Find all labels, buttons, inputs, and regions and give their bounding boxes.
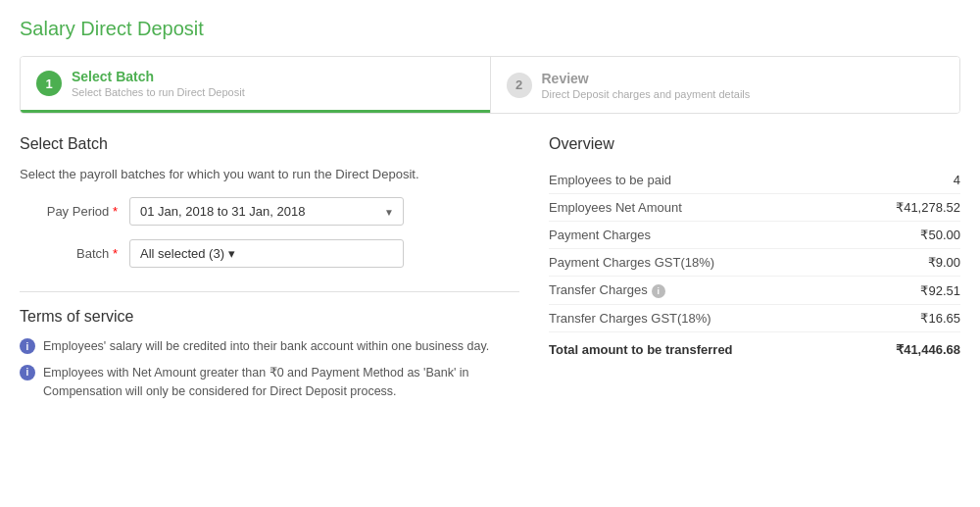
overview-label-0: Employees to be paid bbox=[549, 173, 671, 187]
overview-row-4: Transfer Chargesi₹92.51 bbox=[549, 277, 960, 305]
step-1-label: Select Batch bbox=[72, 69, 245, 84]
terms-section: Terms of service i Employees' salary wil… bbox=[20, 291, 519, 400]
terms-info-icon-1: i bbox=[20, 338, 35, 354]
overview-label-3: Payment Charges GST(18%) bbox=[549, 255, 714, 270]
terms-item-2: i Employees with Net Amount greater than… bbox=[20, 364, 519, 401]
overview-label-2: Payment Charges bbox=[549, 228, 651, 242]
overview-value-4: ₹92.51 bbox=[920, 283, 960, 298]
terms-text-2: Employees with Net Amount greater than ₹… bbox=[43, 364, 519, 401]
pay-period-group: Pay Period * 01 Jan, 2018 to 31 Jan, 201… bbox=[20, 197, 519, 226]
overview-row-2: Payment Charges₹50.00 bbox=[549, 222, 960, 249]
content-area: Select Batch Select the payroll batches … bbox=[20, 135, 960, 408]
terms-info-icon-2: i bbox=[20, 365, 35, 380]
overview-value-3: ₹9.00 bbox=[928, 255, 960, 270]
overview-label-1: Employees Net Amount bbox=[549, 200, 682, 215]
terms-item-1: i Employees' salary will be credited int… bbox=[20, 337, 519, 356]
overview-row-0: Employees to be paid4 bbox=[549, 167, 960, 194]
steps-bar: 1 Select Batch Select Batches to run Dir… bbox=[20, 56, 960, 114]
overview-value-0: 4 bbox=[954, 173, 960, 187]
terms-title: Terms of service bbox=[20, 308, 519, 326]
overview-row-5: Transfer Charges GST(18%)₹16.65 bbox=[549, 305, 960, 332]
select-batch-desc: Select the payroll batches for which you… bbox=[20, 167, 519, 181]
overview-row-3: Payment Charges GST(18%)₹9.00 bbox=[549, 249, 960, 277]
overview-value-6: ₹41,446.68 bbox=[896, 342, 960, 357]
step-2-info: Review Direct Deposit charges and paymen… bbox=[542, 71, 751, 100]
step-1-number: 1 bbox=[36, 71, 62, 96]
overview-label-4: Transfer Chargesi bbox=[549, 282, 665, 298]
overview-row-6: Total amount to be transferred₹41,446.68 bbox=[549, 332, 960, 363]
terms-text-1: Employees' salary will be credited into … bbox=[43, 337, 489, 356]
select-batch-title: Select Batch bbox=[20, 135, 519, 153]
step-2-desc: Direct Deposit charges and payment detai… bbox=[542, 88, 751, 100]
pay-period-select-wrapper[interactable]: 01 Jan, 2018 to 31 Jan, 2018 bbox=[129, 197, 404, 226]
overview-row-1: Employees Net Amount₹41,278.52 bbox=[549, 194, 960, 222]
right-panel: Overview Employees to be paid4Employees … bbox=[549, 135, 960, 408]
page-title: Salary Direct Deposit bbox=[20, 18, 960, 40]
left-panel: Select Batch Select the payroll batches … bbox=[20, 135, 519, 408]
step-2-number: 2 bbox=[507, 73, 532, 98]
batch-selector[interactable]: All selected (3) ▾ bbox=[129, 239, 404, 268]
batch-label: Batch * bbox=[20, 246, 118, 261]
info-icon-4[interactable]: i bbox=[652, 284, 665, 298]
step-1-info: Select Batch Select Batches to run Direc… bbox=[72, 69, 245, 98]
overview-value-1: ₹41,278.52 bbox=[896, 200, 960, 215]
overview-value-5: ₹16.65 bbox=[920, 311, 960, 326]
overview-table: Employees to be paid4Employees Net Amoun… bbox=[549, 167, 960, 363]
overview-label-6: Total amount to be transferred bbox=[549, 342, 733, 357]
pay-period-label: Pay Period * bbox=[20, 204, 118, 219]
batch-group: Batch * All selected (3) ▾ bbox=[20, 239, 519, 268]
overview-title: Overview bbox=[549, 135, 960, 153]
overview-label-5: Transfer Charges GST(18%) bbox=[549, 311, 711, 326]
page-wrapper: Salary Direct Deposit 1 Select Batch Sel… bbox=[0, 0, 980, 507]
batch-value: All selected (3) ▾ bbox=[140, 246, 235, 261]
step-1-desc: Select Batches to run Direct Deposit bbox=[72, 86, 245, 98]
step-2[interactable]: 2 Review Direct Deposit charges and paym… bbox=[491, 57, 960, 113]
step-2-label: Review bbox=[542, 71, 751, 86]
pay-period-select[interactable]: 01 Jan, 2018 to 31 Jan, 2018 bbox=[129, 197, 404, 226]
step-1[interactable]: 1 Select Batch Select Batches to run Dir… bbox=[21, 57, 490, 113]
overview-value-2: ₹50.00 bbox=[920, 228, 960, 242]
